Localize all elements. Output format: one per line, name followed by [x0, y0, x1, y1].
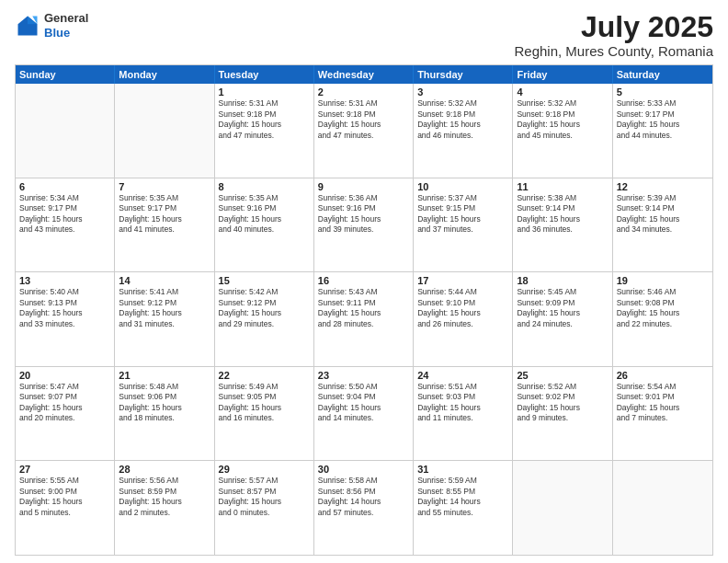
cell-info: Sunrise: 5:46 AM Sunset: 9:08 PM Dayligh… [617, 287, 709, 329]
day-number: 30 [318, 464, 409, 475]
cal-cell-r1-c3: 9Sunrise: 5:36 AM Sunset: 9:16 PM Daylig… [314, 178, 414, 272]
cell-info: Sunrise: 5:31 AM Sunset: 9:18 PM Dayligh… [219, 98, 310, 141]
cell-info: Sunrise: 5:47 AM Sunset: 9:07 PM Dayligh… [19, 382, 110, 424]
cal-cell-r4-c4: 31Sunrise: 5:59 AM Sunset: 8:55 PM Dayli… [414, 461, 513, 555]
cal-cell-r4-c3: 30Sunrise: 5:58 AM Sunset: 8:56 PM Dayli… [314, 461, 414, 555]
page-subtitle: Reghin, Mures County, Romania [515, 43, 714, 59]
cell-info: Sunrise: 5:35 AM Sunset: 9:17 PM Dayligh… [119, 193, 210, 236]
day-number: 10 [417, 181, 508, 192]
cal-cell-r4-c5 [513, 461, 612, 555]
day-number: 5 [617, 86, 709, 98]
cal-cell-r3-c4: 24Sunrise: 5:51 AM Sunset: 9:03 PM Dayli… [414, 367, 513, 461]
cal-cell-r0-c4: 3Sunrise: 5:32 AM Sunset: 9:18 PM Daylig… [414, 84, 513, 178]
day-number: 26 [617, 370, 709, 381]
cell-info: Sunrise: 5:44 AM Sunset: 9:10 PM Dayligh… [417, 287, 508, 329]
header-wednesday: Wednesday [314, 65, 414, 84]
cell-info: Sunrise: 5:32 AM Sunset: 9:18 PM Dayligh… [417, 98, 508, 141]
cell-info: Sunrise: 5:37 AM Sunset: 9:15 PM Dayligh… [417, 193, 508, 236]
cell-info: Sunrise: 5:31 AM Sunset: 9:18 PM Dayligh… [318, 98, 409, 141]
cal-cell-r0-c6: 5Sunrise: 5:33 AM Sunset: 9:17 PM Daylig… [613, 84, 712, 178]
logo: General Blue [15, 11, 88, 40]
logo-blue-label: Blue [44, 26, 88, 40]
cell-info: Sunrise: 5:41 AM Sunset: 9:12 PM Dayligh… [119, 287, 210, 329]
cal-cell-r3-c6: 26Sunrise: 5:54 AM Sunset: 9:01 PM Dayli… [613, 367, 712, 461]
day-number: 28 [119, 464, 210, 475]
cal-cell-r1-c4: 10Sunrise: 5:37 AM Sunset: 9:15 PM Dayli… [414, 178, 513, 272]
day-number: 14 [119, 275, 210, 286]
cal-cell-r2-c3: 16Sunrise: 5:43 AM Sunset: 9:11 PM Dayli… [314, 272, 414, 366]
cal-cell-r3-c1: 21Sunrise: 5:48 AM Sunset: 9:06 PM Dayli… [115, 367, 214, 461]
day-number: 11 [517, 181, 608, 192]
day-number: 22 [219, 370, 310, 381]
cell-info: Sunrise: 5:49 AM Sunset: 9:05 PM Dayligh… [219, 382, 310, 424]
cell-info: Sunrise: 5:35 AM Sunset: 9:16 PM Dayligh… [219, 193, 310, 236]
page: General Blue July 2025 Reghin, Mures Cou… [0, 0, 728, 563]
header-sunday: Sunday [16, 65, 115, 84]
cal-row-3: 20Sunrise: 5:47 AM Sunset: 9:07 PM Dayli… [16, 366, 712, 461]
cell-info: Sunrise: 5:32 AM Sunset: 9:18 PM Dayligh… [517, 98, 608, 141]
cal-cell-r2-c2: 15Sunrise: 5:42 AM Sunset: 9:12 PM Dayli… [215, 272, 314, 366]
day-number: 13 [19, 275, 110, 286]
day-number: 7 [119, 181, 210, 192]
cell-info: Sunrise: 5:34 AM Sunset: 9:17 PM Dayligh… [19, 193, 110, 236]
day-number: 19 [617, 275, 709, 286]
cal-row-0: 1Sunrise: 5:31 AM Sunset: 9:18 PM Daylig… [16, 84, 712, 178]
day-number: 2 [318, 86, 409, 98]
cell-info: Sunrise: 5:45 AM Sunset: 9:09 PM Dayligh… [517, 287, 608, 329]
day-number: 20 [19, 370, 110, 381]
header-friday: Friday [513, 65, 612, 84]
cell-info: Sunrise: 5:59 AM Sunset: 8:55 PM Dayligh… [417, 476, 508, 518]
cal-cell-r3-c3: 23Sunrise: 5:50 AM Sunset: 9:04 PM Dayli… [314, 367, 414, 461]
cell-info: Sunrise: 5:39 AM Sunset: 9:14 PM Dayligh… [617, 193, 709, 236]
cell-info: Sunrise: 5:55 AM Sunset: 9:00 PM Dayligh… [19, 476, 110, 518]
day-number: 4 [517, 86, 608, 98]
day-number: 25 [517, 370, 608, 381]
calendar: Sunday Monday Tuesday Wednesday Thursday… [15, 64, 713, 556]
cal-cell-r3-c0: 20Sunrise: 5:47 AM Sunset: 9:07 PM Dayli… [16, 367, 115, 461]
cal-row-1: 6Sunrise: 5:34 AM Sunset: 9:17 PM Daylig… [16, 178, 712, 272]
day-number: 16 [318, 275, 409, 286]
day-number: 15 [219, 275, 310, 286]
logo-icon [15, 13, 40, 39]
cell-info: Sunrise: 5:58 AM Sunset: 8:56 PM Dayligh… [318, 476, 409, 518]
cal-cell-r2-c6: 19Sunrise: 5:46 AM Sunset: 9:08 PM Dayli… [613, 272, 712, 366]
logo-text: General Blue [44, 11, 88, 40]
cal-cell-r1-c2: 8Sunrise: 5:35 AM Sunset: 9:16 PM Daylig… [215, 178, 314, 272]
cal-cell-r3-c2: 22Sunrise: 5:49 AM Sunset: 9:05 PM Dayli… [215, 367, 314, 461]
day-number: 9 [318, 181, 409, 192]
cal-cell-r0-c2: 1Sunrise: 5:31 AM Sunset: 9:18 PM Daylig… [215, 84, 314, 178]
cell-info: Sunrise: 5:43 AM Sunset: 9:11 PM Dayligh… [318, 287, 409, 329]
day-number: 29 [219, 464, 310, 475]
cal-cell-r4-c0: 27Sunrise: 5:55 AM Sunset: 9:00 PM Dayli… [16, 461, 115, 555]
cell-info: Sunrise: 5:48 AM Sunset: 9:06 PM Dayligh… [119, 382, 210, 424]
header: General Blue July 2025 Reghin, Mures Cou… [15, 11, 713, 59]
header-tuesday: Tuesday [215, 65, 314, 84]
cal-cell-r0-c1 [115, 84, 214, 178]
cal-cell-r1-c5: 11Sunrise: 5:38 AM Sunset: 9:14 PM Dayli… [513, 178, 612, 272]
cell-info: Sunrise: 5:40 AM Sunset: 9:13 PM Dayligh… [19, 287, 110, 329]
cal-cell-r2-c4: 17Sunrise: 5:44 AM Sunset: 9:10 PM Dayli… [414, 272, 513, 366]
day-number: 17 [417, 275, 508, 286]
cal-cell-r0-c5: 4Sunrise: 5:32 AM Sunset: 9:18 PM Daylig… [513, 84, 612, 178]
day-number: 1 [219, 86, 310, 98]
calendar-header: Sunday Monday Tuesday Wednesday Thursday… [16, 65, 712, 84]
cal-cell-r1-c1: 7Sunrise: 5:35 AM Sunset: 9:17 PM Daylig… [115, 178, 214, 272]
cal-cell-r0-c3: 2Sunrise: 5:31 AM Sunset: 9:18 PM Daylig… [314, 84, 414, 178]
cell-info: Sunrise: 5:56 AM Sunset: 8:59 PM Dayligh… [119, 476, 210, 518]
cal-cell-r0-c0 [16, 84, 115, 178]
cal-cell-r4-c6 [613, 461, 712, 555]
cal-row-2: 13Sunrise: 5:40 AM Sunset: 9:13 PM Dayli… [16, 271, 712, 366]
day-number: 6 [19, 181, 110, 192]
header-monday: Monday [115, 65, 214, 84]
cal-row-4: 27Sunrise: 5:55 AM Sunset: 9:00 PM Dayli… [16, 460, 712, 555]
cal-cell-r4-c2: 29Sunrise: 5:57 AM Sunset: 8:57 PM Dayli… [215, 461, 314, 555]
calendar-body: 1Sunrise: 5:31 AM Sunset: 9:18 PM Daylig… [16, 84, 712, 555]
day-number: 21 [119, 370, 210, 381]
day-number: 24 [417, 370, 508, 381]
cal-cell-r1-c6: 12Sunrise: 5:39 AM Sunset: 9:14 PM Dayli… [613, 178, 712, 272]
logo-general-label: General [44, 11, 88, 26]
cell-info: Sunrise: 5:36 AM Sunset: 9:16 PM Dayligh… [318, 193, 409, 236]
header-saturday: Saturday [613, 65, 712, 84]
cal-cell-r3-c5: 25Sunrise: 5:52 AM Sunset: 9:02 PM Dayli… [513, 367, 612, 461]
cal-cell-r2-c0: 13Sunrise: 5:40 AM Sunset: 9:13 PM Dayli… [16, 272, 115, 366]
